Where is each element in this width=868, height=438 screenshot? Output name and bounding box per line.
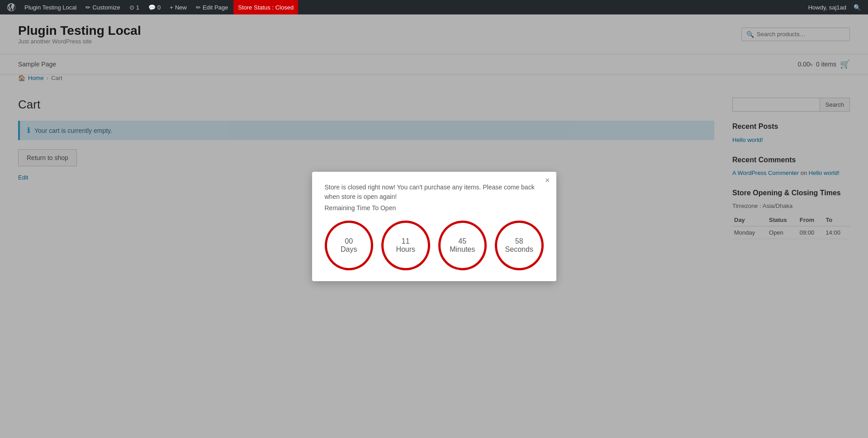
countdown-minutes-unit: Minutes	[450, 245, 475, 254]
adminbar-customize[interactable]: ✏ Customize	[82, 0, 123, 14]
wp-logo-item[interactable]	[4, 0, 19, 14]
countdown-days: 00 Days	[325, 221, 374, 270]
countdown-hours: 11 Hours	[381, 221, 430, 270]
countdown-minutes: 45 Minutes	[438, 221, 487, 270]
modal-overlay: × Store is closed right now! You can't p…	[0, 14, 868, 438]
adminbar-comments[interactable]: 💬 0	[145, 0, 164, 14]
admin-bar: Plugin Testing Local ✏ Customize ⊙ 1 💬 0…	[0, 0, 868, 14]
adminbar-new[interactable]: + New	[166, 0, 190, 14]
modal: × Store is closed right now! You can't p…	[312, 172, 556, 281]
countdown-days-unit: Days	[341, 245, 357, 254]
adminbar-edit-page[interactable]: ✏ Edit Page	[192, 0, 232, 14]
modal-close-button[interactable]: ×	[545, 176, 550, 184]
modal-message: Store is closed right now! You can't pur…	[325, 183, 544, 202]
countdown-hours-value: 11	[402, 237, 410, 245]
countdown-days-value: 00	[345, 237, 353, 245]
adminbar-site-name[interactable]: Plugin Testing Local	[21, 0, 80, 14]
adminbar-pages[interactable]: ⊙ 1	[126, 0, 143, 14]
countdown-seconds: 58 Seconds	[495, 221, 544, 270]
countdown-hours-unit: Hours	[396, 245, 415, 254]
modal-remaining-label: Remaining Time To Open	[325, 204, 544, 212]
adminbar-right: Howdy, saj1ad 🔍	[808, 4, 864, 11]
countdown-row: 00 Days 11 Hours 45 Minutes 58 Seconds	[325, 221, 544, 270]
adminbar-search-icon[interactable]: 🔍	[850, 4, 864, 11]
adminbar-store-status[interactable]: Store Status : Closed	[233, 0, 298, 14]
countdown-seconds-unit: Seconds	[505, 245, 533, 254]
countdown-minutes-value: 45	[458, 237, 466, 245]
countdown-seconds-value: 58	[515, 237, 523, 245]
